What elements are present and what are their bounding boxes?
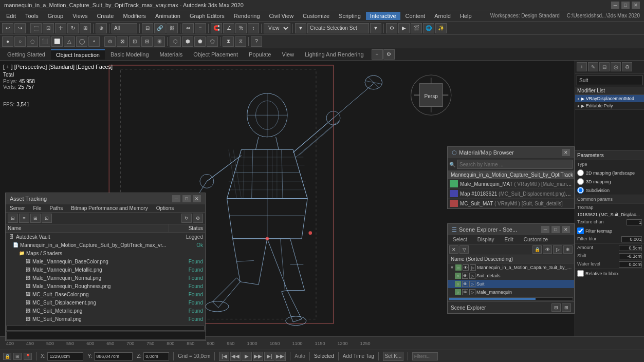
status-coord-btn[interactable]: 📍 <box>24 353 32 360</box>
asset-row-file[interactable]: 📄 Mannequin_in_a_Motion_Capture_Suit_by_… <box>6 241 205 249</box>
col-name[interactable]: Name <box>6 224 169 232</box>
render-btn[interactable]: ▶ <box>398 23 410 33</box>
help-btn[interactable]: ? <box>251 36 262 47</box>
sub-btn14[interactable]: ⬡ <box>170 36 181 47</box>
at-btn1[interactable]: ⊟ <box>8 214 18 223</box>
se-row-suit[interactable]: ○ 👁 ▷ Suit <box>448 280 574 288</box>
relative-bbox-cb[interactable] <box>577 270 584 277</box>
se-maximize[interactable]: □ <box>551 226 560 233</box>
asset-row-img9[interactable]: 🖼 MC_Suit_Roughness.png Found <box>6 323 205 325</box>
percent-snap[interactable]: % <box>235 23 247 33</box>
sub-btn17[interactable]: ⬠ <box>207 36 218 47</box>
asset-row-img1[interactable]: 🖼 Male_Mannequin_BaseColor.png Found <box>6 257 205 265</box>
radio-3d[interactable] <box>577 178 584 185</box>
view-select[interactable]: View <box>264 23 290 33</box>
unlink-btn[interactable]: ⛓ <box>167 23 178 33</box>
at-btn4[interactable]: ⊡ <box>42 214 52 223</box>
minimize-btn[interactable]: ─ <box>611 2 619 9</box>
mat-row-1[interactable]: Male_Mannequin_MAT ( VRayMtl ) [Male_man… <box>448 179 574 189</box>
menu-help[interactable]: Help <box>456 12 476 20</box>
tab-add-btn[interactable]: + <box>372 49 383 60</box>
se-btn-render[interactable]: ▷ <box>553 245 562 254</box>
col-status[interactable]: Status <box>169 224 205 232</box>
menu-edit[interactable]: Edit <box>2 12 20 20</box>
asset-row-img6[interactable]: 🖼 MC_Suit_Displacement.png Found <box>6 298 205 307</box>
mat-search-input[interactable] <box>457 160 573 169</box>
sub-btn19[interactable]: ⧖ <box>235 36 246 47</box>
at-btn3[interactable]: ⊞ <box>30 214 41 223</box>
timeline-ticks[interactable]: 400 450 500 550 600 650 700 750 800 850 … <box>0 341 644 346</box>
selection-set-btn[interactable]: ▼ <box>370 23 381 33</box>
asset-row-maps[interactable]: 📁 Maps / Shaders <box>6 249 205 257</box>
obj-type-btn[interactable]: ● <box>2 36 13 47</box>
snap-toggle[interactable]: 🧲 <box>211 23 222 33</box>
asset-row-vault[interactable]: 🗄 Autodesk Vault Logged <box>6 233 205 241</box>
named-selection-input[interactable] <box>112 23 137 33</box>
radio-2d[interactable] <box>577 169 584 176</box>
asset-tracking-restore[interactable]: □ <box>182 195 191 202</box>
tab-object-placement[interactable]: Object Placement <box>188 49 243 59</box>
sub-btn2[interactable]: ○ <box>14 36 26 47</box>
asset-menu-file[interactable]: File <box>29 204 45 212</box>
at-settings-btn[interactable]: ⚙ <box>193 214 203 223</box>
select-region-btn[interactable]: ⊡ <box>43 23 54 33</box>
menu-interactive[interactable]: Interactive <box>366 12 400 20</box>
menu-content[interactable]: Content <box>401 12 430 20</box>
sub-btn12[interactable]: ⊟ <box>141 36 153 47</box>
modifier-vray[interactable]: ● ▶ VRayDisplacementMod <box>575 95 644 102</box>
maximize-btn[interactable]: □ <box>621 2 630 9</box>
rotate-btn[interactable]: ↻ <box>67 23 79 33</box>
render-setup-btn[interactable]: ⚙ <box>386 23 397 33</box>
asset-row-img2[interactable]: 🖼 Male_Mannequin_Metallic.png Found <box>6 265 205 274</box>
se-row-root[interactable]: ▼ ○ 👁 ▷ Mannequin_in_a_Motion_Capture_Su… <box>448 263 574 272</box>
status-grid-btn[interactable]: ⊞ <box>13 353 22 360</box>
undo-btn[interactable]: ↩ <box>2 23 13 33</box>
se-btn-filter[interactable]: ▽ <box>459 245 469 254</box>
se-minimize[interactable]: ─ <box>541 226 549 233</box>
se-footer-btn1[interactable]: ⊟ <box>551 303 561 312</box>
asset-menu-options[interactable]: Options <box>152 204 178 212</box>
last-frame-btn[interactable]: ▶▶| <box>275 352 286 361</box>
amount-input[interactable] <box>619 245 642 251</box>
modifier-editable-poly[interactable]: ● ▶ Editable Poly <box>575 102 644 110</box>
menu-scripting[interactable]: Scripting <box>335 12 365 20</box>
sub-btn15[interactable]: ⬢ <box>182 36 193 47</box>
asset-tracking-minimize[interactable]: ─ <box>172 195 180 202</box>
select-filter-btn[interactable]: ▼ <box>295 23 306 33</box>
se-footer-btn2[interactable]: ⊞ <box>562 303 571 312</box>
object-name-input[interactable] <box>577 75 642 85</box>
menu-animation[interactable]: Animation <box>151 12 185 20</box>
menu-graph-editors[interactable]: Graph Editors <box>186 12 229 20</box>
sub-btn3[interactable]: ◌ <box>27 36 38 47</box>
filter-blur-input[interactable] <box>621 236 642 242</box>
filters-input[interactable] <box>412 352 438 360</box>
se-btn-close[interactable]: ✕ <box>449 245 458 254</box>
selection-set-input[interactable] <box>307 23 369 33</box>
se-tab-customize[interactable]: Customize <box>519 235 553 244</box>
menu-arnold[interactable]: Arnold <box>430 12 455 20</box>
tab-view[interactable]: View <box>277 49 299 59</box>
next-frame-btn[interactable]: ▶| <box>264 352 274 361</box>
mirror-btn[interactable]: ⇔ <box>182 23 194 33</box>
se-row-suit-details[interactable]: ○ 👁 ▷ Suit_details <box>448 272 574 280</box>
angle-snap[interactable]: ∠ <box>223 23 234 33</box>
menu-views[interactable]: Views <box>68 12 91 20</box>
texture-chan-input[interactable] <box>627 219 642 225</box>
prev-frame-btn[interactable]: |◀ <box>219 352 229 361</box>
mat-row-3[interactable]: MC_Suit_MAT ( VRayMtl ) [Suit, Suit_deta… <box>448 199 574 208</box>
sub-btn9[interactable]: ⊙ <box>104 36 116 47</box>
se-close[interactable]: ✕ <box>562 226 570 233</box>
x-input[interactable] <box>47 352 83 360</box>
menu-modifiers[interactable]: Modifiers <box>119 12 150 20</box>
menu-tools[interactable]: Tools <box>21 12 43 20</box>
sub-btn11[interactable]: ⊡ <box>129 36 140 47</box>
tab-materials[interactable]: Materials <box>155 49 188 59</box>
se-btn-freeze[interactable]: ❄ <box>563 245 573 254</box>
move-btn[interactable]: ✛ <box>55 23 66 33</box>
sub-btn18[interactable]: ⧗ <box>223 36 234 47</box>
tab-settings-btn[interactable]: ⚙ <box>383 49 395 60</box>
mat-browser-close[interactable]: ✕ <box>562 149 570 156</box>
rp-icon4[interactable]: ◎ <box>611 62 621 71</box>
se-tab-select[interactable]: Select <box>448 235 472 244</box>
rp-icon5[interactable]: ♻ <box>622 62 632 71</box>
